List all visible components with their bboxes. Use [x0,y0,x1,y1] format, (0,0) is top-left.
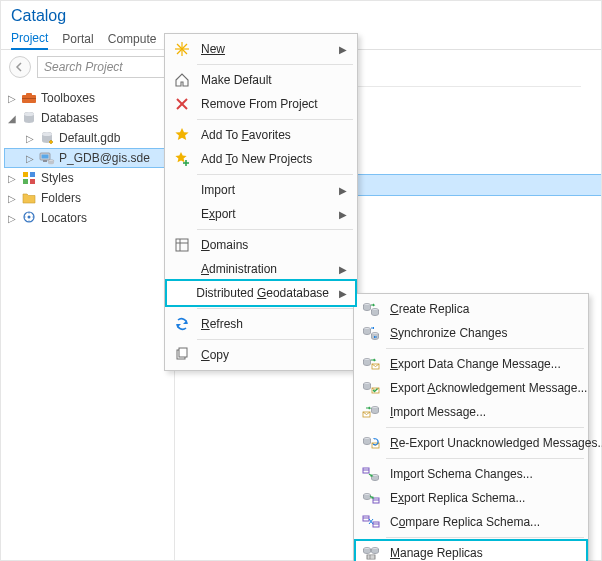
svg-rect-9 [43,160,47,162]
svg-rect-33 [179,348,187,357]
folder-icon [21,190,37,206]
expand-icon[interactable]: ▷ [7,193,17,204]
submenu-arrow-icon: ▶ [339,288,347,299]
import-msg-icon [362,403,380,421]
submenu-arrow-icon: ▶ [337,264,347,275]
manage-replicas-icon [362,544,380,561]
tree-item-locators[interactable]: ▷ Locators [5,208,170,228]
back-button[interactable] [9,56,31,78]
copy-icon [173,346,191,364]
tree: ▷ Toolboxes ◢ Databases ▷ Default.gdb [1,84,174,561]
menu-copy[interactable]: Copy [167,343,355,367]
home-icon [173,71,191,89]
submenu-import-schema[interactable]: Import Schema Changes... [356,462,586,486]
menu-new[interactable]: New ▶ [167,37,355,61]
tree-label: Folders [41,191,81,205]
separator [197,119,353,120]
separator [197,229,353,230]
star-plus-icon [173,150,191,168]
expand-icon[interactable]: ▷ [7,173,17,184]
svg-rect-12 [30,172,35,177]
separator [386,348,584,349]
tree-label: Toolboxes [41,91,95,105]
tree-label: Locators [41,211,87,225]
tree-item-toolboxes[interactable]: ▷ Toolboxes [5,88,170,108]
submenu-compare-schema[interactable]: Compare Replica Schema... [356,510,586,534]
separator [197,339,353,340]
submenu-create-replica[interactable]: Create Replica [356,297,586,321]
export-ack-icon [362,379,380,397]
submenu-import-message[interactable]: Import Message... [356,400,586,424]
submenu-export-data-change[interactable]: Export Data Change Message... [356,352,586,376]
svg-rect-13 [23,179,28,184]
svg-point-4 [24,112,34,116]
tree-label: Default.gdb [59,131,120,145]
svg-point-16 [28,216,31,219]
submenu-export-schema[interactable]: Export Replica Schema... [356,486,586,510]
menu-export[interactable]: Export ▶ [167,202,355,226]
tree-item-default-gdb[interactable]: ▷ Default.gdb [5,128,170,148]
catalog-panel: Catalog Project Portal Compute Search Pr… [0,0,602,561]
submenu-synchronize-changes[interactable]: Synchronize Changes [356,321,586,345]
context-menu: New ▶ Make Default Remove From Project A… [164,33,358,371]
arrow-left-icon [15,62,25,72]
menu-administration[interactable]: Administration ▶ [167,257,355,281]
export-msg-icon [362,355,380,373]
svg-rect-11 [23,172,28,177]
geodatabase-icon [39,130,55,146]
compare-schema-icon [362,513,380,531]
svg-rect-8 [42,155,49,159]
tree-item-styles[interactable]: ▷ Styles [5,168,170,188]
reexport-icon [362,434,380,452]
tab-compute[interactable]: Compute [108,32,157,49]
tree-label: P_GDB@gis.sde [59,151,150,165]
database-icon [21,110,37,126]
expand-icon[interactable]: ▷ [25,133,35,144]
menu-import[interactable]: Import ▶ [167,178,355,202]
submenu-reexport[interactable]: Re-Export Unacknowledged Messages... [356,431,586,455]
create-replica-icon [362,300,380,318]
svg-rect-1 [26,93,32,96]
domains-icon [173,236,191,254]
svg-rect-2 [22,98,36,99]
locator-icon [21,210,37,226]
expand-icon[interactable]: ▷ [7,93,17,104]
expand-icon[interactable]: ▷ [25,153,35,164]
separator [197,64,353,65]
distributed-geodatabase-submenu: Create Replica Synchronize Changes Expor… [353,293,589,561]
collapse-icon[interactable]: ◢ [7,113,17,124]
submenu-export-ack[interactable]: Export Acknowledgement Message... [356,376,586,400]
submenu-manage-replicas[interactable]: Manage Replicas [356,541,586,561]
separator [386,458,584,459]
menu-add-new-projects[interactable]: Add To New Projects [167,147,355,171]
svg-point-6 [42,132,52,136]
submenu-arrow-icon: ▶ [337,44,347,55]
remove-icon [173,95,191,113]
menu-refresh[interactable]: Refresh [167,312,355,336]
tree-label: Databases [41,111,98,125]
menu-add-favorites[interactable]: Add To Favorites [167,123,355,147]
svg-rect-29 [176,239,188,251]
search-input[interactable]: Search Project [37,56,166,78]
import-schema-icon [362,465,380,483]
separator [386,427,584,428]
tree-item-sde[interactable]: ▷ P_GDB@gis.sde [4,148,171,168]
tree-label: Styles [41,171,74,185]
tab-portal[interactable]: Portal [62,32,93,49]
expand-icon[interactable]: ▷ [7,213,17,224]
menu-remove[interactable]: Remove From Project [167,92,355,116]
sync-icon [362,324,380,342]
menu-distributed-geodatabase[interactable]: Distributed Geodatabase ▶ [167,281,355,305]
tree-item-folders[interactable]: ▷ Folders [5,188,170,208]
tree-item-databases[interactable]: ◢ Databases [5,108,170,128]
refresh-icon [173,315,191,333]
enterprise-gdb-icon [39,150,55,166]
toolbox-icon [21,90,37,106]
tab-project[interactable]: Project [11,31,48,50]
menu-make-default[interactable]: Make Default [167,68,355,92]
submenu-arrow-icon: ▶ [337,185,347,196]
separator [386,537,584,538]
menu-domains[interactable]: Domains [167,233,355,257]
styles-icon [21,170,37,186]
separator [197,308,353,309]
